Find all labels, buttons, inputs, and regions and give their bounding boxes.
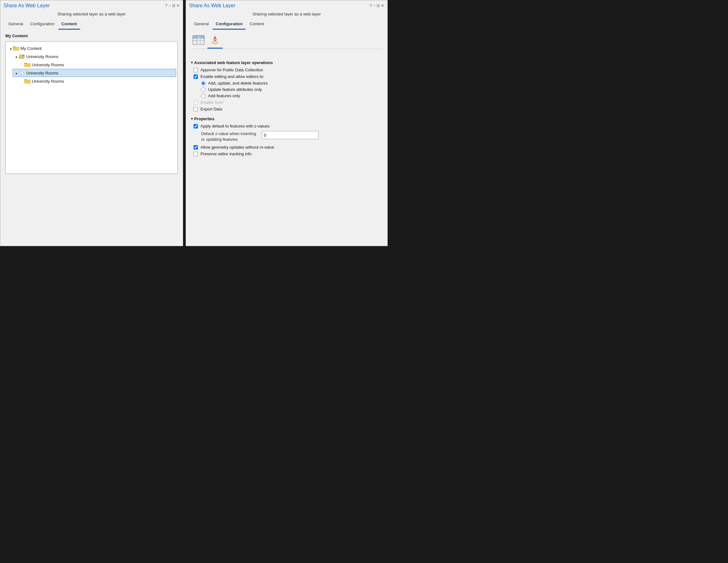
enable-sync-row: Enable Sync bbox=[194, 100, 382, 105]
icon-divider bbox=[191, 49, 382, 49]
tab-content-left[interactable]: Content bbox=[58, 20, 80, 30]
svg-rect-2 bbox=[13, 47, 19, 51]
left-title-bar: Share As Web Layer ? − ⊟ ✕ bbox=[0, 0, 183, 10]
left-minimize-button[interactable]: − bbox=[169, 3, 171, 8]
config-icon-row bbox=[186, 30, 387, 49]
tab-general-left[interactable]: General bbox=[5, 20, 26, 30]
radio-update-only-label: Update feature attributes only bbox=[208, 87, 262, 92]
svg-point-21 bbox=[23, 72, 24, 73]
right-panel-title: Share As Web Layer bbox=[189, 3, 235, 9]
z-values-checkbox[interactable] bbox=[194, 124, 198, 129]
left-close-button[interactable]: ✕ bbox=[176, 3, 180, 8]
left-title-left: Share As Web Layer bbox=[3, 3, 50, 9]
my-content-title: My Content bbox=[5, 33, 178, 38]
preserve-tracking-label: Preserve editor tracking info bbox=[200, 152, 252, 156]
right-panel: Share As Web Layer ? − ⊟ ✕ Sharing selec… bbox=[186, 0, 388, 246]
editing-row: Enable editing and allow editors to: bbox=[194, 74, 382, 79]
properties-title: Properties bbox=[194, 117, 214, 121]
right-tabs: General Configuration Content bbox=[186, 20, 387, 30]
tree-label-group1: University Rooms bbox=[26, 54, 58, 59]
arrow-child2 bbox=[20, 80, 24, 83]
tree-item-group1[interactable]: ▲ University Rooms bbox=[13, 52, 176, 61]
left-panel-title: Share As Web Layer bbox=[3, 3, 50, 9]
svg-rect-17 bbox=[20, 73, 22, 74]
properties-section-header: ▾ Properties bbox=[191, 117, 382, 121]
radio-add-only-row: Add features only bbox=[201, 93, 382, 98]
left-panel: Share As Web Layer ? − ⊟ ✕ Sharing selec… bbox=[0, 0, 183, 246]
operations-chevron: ▾ bbox=[191, 61, 193, 65]
z-value-input-row: Default z-value when inserting or updati… bbox=[201, 131, 382, 142]
z-values-label: Apply default to features with z-values bbox=[200, 124, 270, 129]
right-restore-button[interactable]: ⊟ bbox=[377, 3, 380, 8]
editing-label: Enable editing and allow editors to: bbox=[200, 74, 264, 79]
radio-add-update-delete-label: Add, update, and delete features bbox=[208, 81, 268, 86]
tree-item-child2[interactable]: University Rooms bbox=[18, 77, 176, 85]
geometry-updates-checkbox[interactable] bbox=[194, 145, 198, 150]
left-window-controls: ? − ⊟ ✕ bbox=[165, 3, 180, 8]
approve-row: Approve for Public Data Collection bbox=[194, 68, 382, 72]
layer-group-icon bbox=[19, 54, 25, 59]
enable-sync-label: Enable Sync bbox=[200, 100, 224, 105]
tree-label-child1: University Rooms bbox=[32, 63, 64, 67]
content-tree: ▲ My Content ▲ bbox=[5, 41, 178, 174]
svg-point-32 bbox=[212, 41, 218, 44]
svg-rect-24 bbox=[24, 80, 31, 83]
export-data-row: Export Data bbox=[194, 107, 382, 111]
properties-chevron: ▾ bbox=[191, 117, 193, 121]
operations-title: Associated web feature layer operations bbox=[194, 60, 273, 65]
svg-rect-31 bbox=[197, 36, 201, 45]
export-data-label: Export Data bbox=[200, 107, 222, 111]
editing-checkbox[interactable] bbox=[194, 75, 198, 79]
radio-add-only-label: Add features only bbox=[208, 93, 240, 98]
left-panel-content: My Content ▲ My Content ▲ bbox=[0, 30, 183, 246]
svg-point-35 bbox=[214, 39, 216, 40]
radio-update-only-row: Update feature attributes only bbox=[201, 87, 382, 92]
enable-sync-checkbox[interactable] bbox=[194, 100, 198, 105]
z-value-description: Default z-value when inserting or updati… bbox=[201, 131, 258, 142]
tab-content-right[interactable]: Content bbox=[246, 20, 267, 30]
operations-section-header: ▾ Associated web feature layer operation… bbox=[191, 60, 382, 65]
left-subtitle: Sharing selected layer as a web layer bbox=[0, 10, 183, 20]
radio-add-update-delete-row: Add, update, and delete features bbox=[201, 81, 382, 86]
svg-rect-13 bbox=[24, 63, 31, 67]
approve-checkbox[interactable] bbox=[194, 68, 198, 72]
preserve-tracking-checkbox[interactable] bbox=[194, 152, 198, 156]
right-minimize-button[interactable]: − bbox=[373, 3, 375, 8]
right-window-controls: ? − ⊟ ✕ bbox=[370, 3, 384, 8]
feature-icon-tab[interactable] bbox=[207, 33, 223, 49]
tree-item-root[interactable]: ▲ My Content bbox=[7, 44, 176, 52]
z-value-input[interactable] bbox=[262, 131, 319, 139]
svg-rect-18 bbox=[20, 74, 22, 75]
table-icon-tab[interactable] bbox=[191, 33, 206, 49]
z-values-row: Apply default to features with z-values bbox=[194, 124, 382, 129]
radio-add-only[interactable] bbox=[201, 94, 206, 98]
left-restore-button[interactable]: ⊟ bbox=[172, 3, 175, 8]
geometry-updates-row: Allow geometry updates without m-value bbox=[194, 145, 382, 150]
export-data-checkbox[interactable] bbox=[194, 107, 198, 111]
right-title-bar: Share As Web Layer ? − ⊟ ✕ bbox=[186, 0, 387, 10]
arrow-group1: ▲ bbox=[14, 55, 19, 58]
right-panel-content: ▾ Associated web feature layer operation… bbox=[186, 53, 387, 246]
right-help-button[interactable]: ? bbox=[370, 3, 372, 8]
folder-icon-root bbox=[13, 45, 19, 51]
tab-configuration-left[interactable]: Configuration bbox=[27, 20, 57, 30]
right-close-button[interactable]: ✕ bbox=[381, 3, 384, 8]
svg-rect-16 bbox=[20, 72, 21, 73]
tree-label-root: My Content bbox=[21, 46, 41, 51]
tab-configuration-right[interactable]: Configuration bbox=[212, 20, 246, 30]
right-title-left: Share As Web Layer bbox=[189, 3, 235, 9]
folder-icon-child1 bbox=[24, 62, 31, 68]
preserve-tracking-row: Preserve editor tracking info bbox=[194, 152, 382, 156]
left-help-button[interactable]: ? bbox=[165, 3, 167, 8]
right-subtitle: Sharing selected layer as a web layer bbox=[186, 10, 387, 20]
arrow-child1 bbox=[20, 63, 24, 67]
tree-item-group2[interactable]: ▲ University Rooms bbox=[13, 69, 176, 77]
radio-add-update-delete[interactable] bbox=[201, 81, 206, 86]
feature-layer-icon bbox=[19, 70, 25, 76]
geometry-updates-label: Allow geometry updates without m-value bbox=[200, 145, 274, 150]
tab-general-right[interactable]: General bbox=[191, 20, 212, 30]
arrow-root: ▲ bbox=[9, 47, 13, 50]
tree-item-child1[interactable]: University Rooms bbox=[18, 61, 176, 69]
tree-label-group2: University Rooms bbox=[26, 71, 58, 75]
radio-update-only[interactable] bbox=[201, 87, 206, 92]
